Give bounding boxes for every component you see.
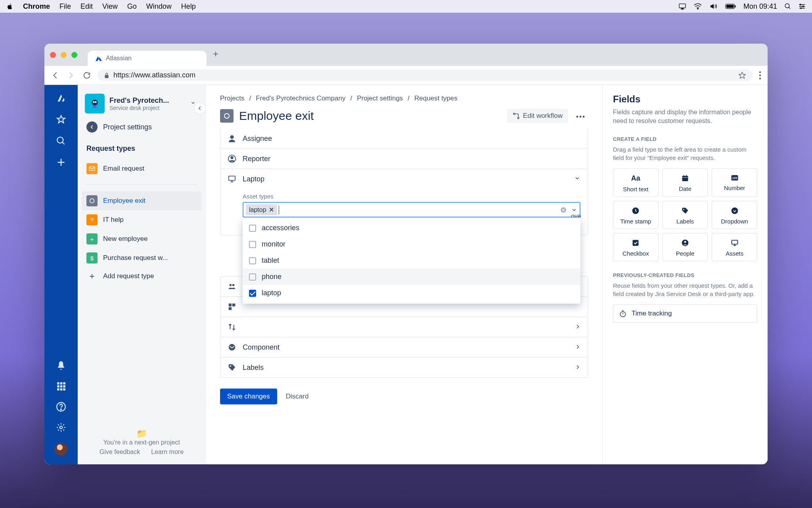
field-type-dropdown[interactable]: Dropdown [712,201,757,229]
svg-point-59 [684,241,686,243]
volume-icon[interactable] [709,3,718,10]
edit-workflow-button[interactable]: Edit workflow [507,109,568,123]
svg-rect-0 [679,4,686,8]
collapse-icon[interactable] [574,175,580,183]
svg-rect-50 [684,175,684,176]
field-type-label: Number [724,185,745,191]
field-type-label: Date [679,185,691,192]
back-button[interactable] [51,71,59,80]
menubar-item[interactable]: Go [127,2,137,11]
jira-logo-icon[interactable] [56,93,66,103]
time-tracking-field[interactable]: Time tracking [613,304,757,323]
breadcrumb-item[interactable]: Projects [220,94,244,102]
breadcrumb-item[interactable]: Fred's Pyrotechnics Company [256,94,345,102]
field-row-reporter[interactable]: Reporter [220,148,588,169]
tag-icon [228,363,236,372]
dropdown-option[interactable]: monitor [243,236,580,252]
field-row-component[interactable]: Component [220,337,588,358]
expand-icon[interactable] [575,323,580,331]
checkbox-icon [249,273,256,281]
field-row-labels[interactable]: Labels [220,357,588,378]
learn-more-link[interactable]: Learn more [151,448,184,456]
settings-icon[interactable] [56,422,66,433]
spotlight-icon[interactable] [784,3,791,10]
user-avatar[interactable] [55,443,67,456]
svg-rect-19 [63,385,65,387]
menubar-item[interactable]: View [102,2,118,11]
expand-icon[interactable] [575,364,580,372]
dropdown-option[interactable]: accessories [243,220,580,236]
control-center-icon[interactable] [799,3,806,10]
discard-button[interactable]: Discard [286,393,309,400]
breadcrumb-item[interactable]: Request types [414,94,458,102]
field-row-obscured[interactable] [220,317,588,337]
menubar-item[interactable]: Help [181,2,196,11]
field-type-labels[interactable]: Labels [663,201,708,229]
add-request-type-button[interactable]: + Add request type [82,267,201,285]
sidebar-item-it-help[interactable]: ? IT help [82,210,201,229]
sidebar-item-purchase-request[interactable]: $ Purchase request w... [82,248,201,267]
sidebar-item-new-employee[interactable]: + New employee [82,229,201,248]
browser-window: Atlassian https://www.atlassian.com [44,44,768,464]
option-label: phone [262,273,282,281]
dropdown-option[interactable]: phone [243,269,580,285]
dropdown-toggle-icon[interactable] [571,207,577,213]
window-maximize-button[interactable] [71,52,77,58]
airplay-icon[interactable] [678,3,686,10]
browser-menu-button[interactable] [759,71,761,80]
sidebar-collapse-button[interactable] [194,102,206,114]
menubar-item[interactable]: Edit [80,2,93,11]
sidebar-item-employee-exit[interactable]: Employee exit [82,191,201,210]
save-button[interactable]: Save changes [220,389,277,404]
search-icon[interactable] [56,136,66,146]
remove-chip-icon[interactable]: ✕ [269,206,274,214]
dropdown-option[interactable]: laptop [243,285,580,301]
app-switcher-icon[interactable] [56,381,66,391]
field-type-date[interactable]: Date [663,168,708,197]
svg-point-42 [230,284,232,287]
menubar-clock[interactable]: Mon 09:41 [743,2,777,11]
menubar-item[interactable]: File [59,2,71,11]
back-to-settings-link[interactable]: Project settings [78,117,205,139]
svg-rect-20 [57,388,59,390]
browser-tab[interactable]: Atlassian [88,51,207,66]
dropdown-option[interactable]: tablet [243,252,580,269]
svg-point-30 [90,199,94,203]
wifi-icon[interactable] [693,3,702,10]
expand-icon[interactable] [575,343,580,352]
window-close-button[interactable] [50,52,56,58]
sidebar-item-email-request[interactable]: Email request [82,159,201,178]
clear-all-icon[interactable] [560,206,567,214]
dollar-icon: $ [86,252,98,264]
field-row-assignee[interactable]: Assignee [220,129,588,149]
svg-point-1 [697,8,698,9]
forward-button[interactable] [67,71,75,80]
field-type-people[interactable]: People [663,233,708,261]
field-type-number[interactable]: 123Number [712,168,757,197]
svg-point-25 [60,426,63,429]
field-type-assets[interactable]: Assets [712,233,757,261]
breadcrumb-item[interactable]: Project settings [357,94,403,102]
svg-point-32 [513,113,515,115]
url-input[interactable]: https://www.atlassian.com [98,69,753,81]
battery-icon[interactable] [725,4,736,9]
asset-types-select[interactable]: laptop ✕ accessories monitor [243,202,580,217]
field-type-checkbox[interactable]: Checkbox [613,233,659,261]
project-sidebar: Fred's Pyrotech... Service desk project … [78,85,206,464]
svg-point-47 [229,344,236,351]
menubar-item[interactable]: Window [146,2,172,11]
reload-button[interactable] [82,71,91,80]
give-feedback-link[interactable]: Give feedback [100,448,140,456]
notifications-icon[interactable] [56,360,66,371]
help-icon[interactable] [56,402,66,412]
star-icon[interactable] [56,114,66,125]
window-minimize-button[interactable] [61,52,67,58]
field-type-short-text[interactable]: AaShort text [613,168,659,197]
project-header[interactable]: Fred's Pyrotech... Service desk project [78,85,205,117]
new-tab-button[interactable] [210,48,222,62]
create-icon[interactable] [56,157,66,167]
field-type-timestamp[interactable]: Time stamp [613,201,659,229]
star-icon[interactable] [738,71,746,79]
svg-rect-45 [232,304,235,306]
more-actions-button[interactable] [573,109,588,123]
